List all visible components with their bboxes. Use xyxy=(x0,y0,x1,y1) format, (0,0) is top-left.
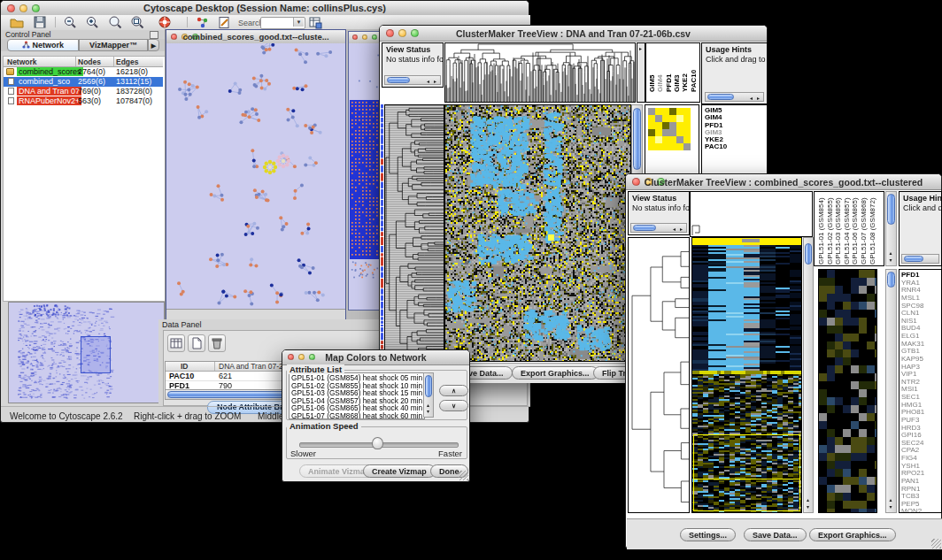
vscroll-thumb[interactable] xyxy=(887,272,895,288)
tab-vizmapper[interactable]: VizMapper™ xyxy=(79,39,148,51)
network-table-row[interactable]: combined_sco2569(6)13112(15) xyxy=(4,77,163,87)
tv2-top-vscrollbar[interactable]: ▴ ▾ xyxy=(885,191,897,266)
column-label[interactable]: GPL51-02 (GSM855) xyxy=(826,197,834,265)
export-graphics-button[interactable]: Export Graphics... xyxy=(512,366,598,380)
tv1-column-dendrogram[interactable] xyxy=(444,42,636,103)
tv1-arrow-strip[interactable]: ▸ xyxy=(637,42,645,103)
scroll-left-icon[interactable]: ◂ xyxy=(750,96,753,101)
attribute-list[interactable]: GPL51-01 (GSM854) heat shock 05 minGPL51… xyxy=(289,372,425,419)
annotation-icon[interactable] xyxy=(217,16,231,29)
tv2-zoom-heatmap[interactable] xyxy=(818,269,877,513)
hscroll-thumb[interactable] xyxy=(707,94,734,100)
tv1-row-dendrogram[interactable] xyxy=(384,104,444,362)
heatmap-canvas[interactable] xyxy=(692,238,801,512)
network-table-header[interactable]: Network Nodes Edges xyxy=(4,57,163,67)
row-dendrogram-canvas[interactable] xyxy=(385,105,444,361)
view-status-hscrollbar[interactable]: ◂ ▸ xyxy=(630,223,687,233)
search-input[interactable] xyxy=(262,18,292,27)
zoom-in-button[interactable] xyxy=(85,16,99,29)
scroll-up-icon[interactable]: ▴ xyxy=(807,497,809,502)
scroll-down-icon[interactable]: ▾ xyxy=(890,257,892,263)
column-label[interactable]: GIM5 xyxy=(648,74,656,92)
search-dropdown-icon[interactable]: ▼ xyxy=(293,18,304,27)
move-up-button[interactable]: ∧ xyxy=(439,385,468,396)
column-label[interactable]: GIM4 xyxy=(656,74,664,92)
settings-button[interactable]: Settings... xyxy=(680,528,736,541)
column-label[interactable]: GPL51-07 (GSM868) xyxy=(860,197,868,265)
main-title-bar[interactable]: Cytoscape Desktop (Session Name: collins… xyxy=(1,1,529,16)
network-table-row[interactable]: RNAPuberNov2+563(0)107847(0) xyxy=(4,96,163,106)
tv2-row-dendrogram[interactable] xyxy=(628,237,690,513)
hscroll-thumb[interactable] xyxy=(904,256,923,262)
save-data-button[interactable]: Save Data... xyxy=(744,528,807,541)
column-label[interactable]: GPL51-01 (GSM854) xyxy=(817,197,825,265)
column-label[interactable]: YKE2 xyxy=(681,73,689,92)
export-graphics-button[interactable]: Export Graphics... xyxy=(809,528,896,541)
gene-label[interactable]: MON2 xyxy=(901,508,924,513)
zoom-matrix-canvas[interactable] xyxy=(648,108,691,150)
trash-icon[interactable] xyxy=(208,334,226,352)
scroll-down-icon[interactable]: ▾ xyxy=(427,409,429,414)
close-icon[interactable] xyxy=(352,35,358,40)
scroll-up-icon[interactable]: ▴ xyxy=(427,403,429,408)
move-down-button[interactable]: ∨ xyxy=(439,400,468,411)
scroll-down-icon[interactable]: ▾ xyxy=(890,504,892,510)
zoom-out-button[interactable] xyxy=(63,16,77,29)
float-panel-icon[interactable] xyxy=(150,31,158,39)
speed-slider-thumb[interactable] xyxy=(372,437,383,449)
network-nodes-icon[interactable] xyxy=(196,16,210,29)
network-canvas[interactable] xyxy=(166,43,345,309)
vscroll-thumb[interactable] xyxy=(633,108,641,170)
network-table-row[interactable]: DNA and Tran 07769(0)183728(0) xyxy=(4,87,163,96)
column-dendrogram-canvas[interactable] xyxy=(445,43,635,102)
network-table-row[interactable]: combined_scores2764(0)16218(0) xyxy=(4,67,163,77)
import-table-icon[interactable] xyxy=(308,16,322,29)
new-document-icon[interactable] xyxy=(188,334,205,352)
tab-overflow-arrow[interactable]: ▶ xyxy=(148,39,159,51)
row-dendrogram-canvas[interactable] xyxy=(629,238,689,512)
create-vizmap-button[interactable]: Create Vizmap xyxy=(363,464,436,478)
column-label[interactable]: PAC10 xyxy=(690,70,698,92)
network-hscrollbar[interactable] xyxy=(166,309,345,319)
zoom-row-label[interactable]: PAC10 xyxy=(705,143,727,150)
column-label[interactable]: GPL51-06 (GSM865) xyxy=(851,197,859,265)
scroll-right-icon[interactable]: ▸ xyxy=(680,226,683,232)
vscroll-thumb[interactable] xyxy=(805,243,812,265)
hscroll-thumb[interactable] xyxy=(633,225,656,231)
resize-grip[interactable] xyxy=(459,471,468,480)
scroll-left-icon[interactable]: ◂ xyxy=(673,226,676,232)
column-label[interactable]: PFD1 xyxy=(665,74,673,92)
resize-grip[interactable] xyxy=(931,539,941,548)
open-file-button[interactable] xyxy=(10,16,24,29)
view-status-hscrollbar[interactable]: ◂ ▸ xyxy=(384,75,441,85)
column-label[interactable]: GPL51-08 (GSM872) xyxy=(869,197,876,265)
tv1-heatmap[interactable] xyxy=(444,104,631,362)
column-label[interactable]: GPL51-04 (GSM857) xyxy=(843,197,851,265)
minimize-icon[interactable] xyxy=(362,35,367,40)
vscroll-thumb[interactable] xyxy=(887,194,895,225)
column-label[interactable]: GIM3 xyxy=(673,74,681,92)
scroll-down-icon[interactable]: ▾ xyxy=(807,504,809,510)
tv2-heatmap[interactable] xyxy=(691,237,802,513)
vscroll-thumb[interactable] xyxy=(425,375,432,397)
zoom-selected-button[interactable] xyxy=(130,16,144,29)
heatmap-canvas[interactable] xyxy=(445,105,630,361)
usage-hints-hscrollbar[interactable] xyxy=(901,254,939,264)
save-button[interactable] xyxy=(33,16,47,29)
attribute-list-item[interactable]: GPL51-07 (GSM868) heat shock 60 min xyxy=(291,412,424,419)
tab-network[interactable]: Network xyxy=(7,39,79,51)
tv2-heatmap-vscrollbar[interactable]: ▴ ▾ xyxy=(803,237,814,513)
birdseye-view[interactable] xyxy=(8,302,165,403)
help-lifesaver-icon[interactable] xyxy=(158,16,172,29)
usage-hints-hscrollbar[interactable]: ◂ ▸ xyxy=(705,92,764,102)
attribute-list-vscrollbar[interactable]: ▴ ▾ xyxy=(423,372,434,418)
column-label[interactable]: GPL51-03 (GSM856) xyxy=(834,197,842,265)
zoom-fit-button[interactable] xyxy=(108,16,122,29)
scroll-right-icon[interactable]: ▸ xyxy=(639,46,642,51)
tv2-zoom-vscrollbar[interactable]: ▴ ▾ xyxy=(885,269,897,513)
data-table-icon[interactable] xyxy=(167,334,185,352)
scroll-up-icon[interactable]: ▴ xyxy=(890,250,892,256)
scroll-left-icon[interactable]: ◂ xyxy=(427,79,429,84)
scroll-right-icon[interactable]: ▸ xyxy=(757,96,760,101)
hscroll-thumb[interactable] xyxy=(387,77,410,83)
